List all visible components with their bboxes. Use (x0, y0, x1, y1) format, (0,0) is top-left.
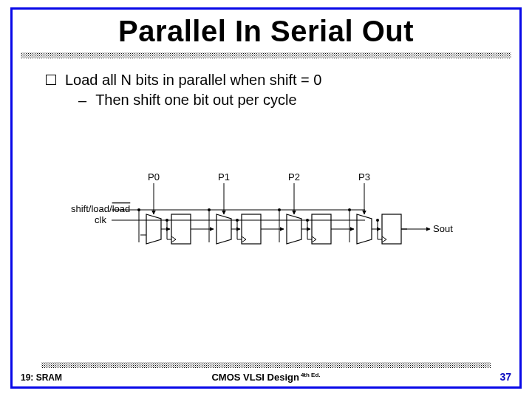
footer-left: 19: SRAM (21, 372, 62, 383)
svg-point-10 (166, 219, 168, 222)
svg-point-30 (348, 208, 351, 211)
svg-point-6 (137, 208, 140, 211)
svg-point-26 (306, 219, 309, 222)
footer-divider (41, 362, 491, 368)
p-input-label: P0 (148, 171, 160, 183)
clk-label: clk (95, 214, 106, 225)
page-number: 37 (499, 371, 511, 383)
svg-text:shift/load/load: shift/load/load (71, 203, 130, 214)
p-input-label: P3 (358, 171, 370, 183)
circuit-diagram: shift/load/load clk P0P1P2P3 Sout (71, 171, 455, 275)
svg-point-14 (208, 208, 211, 211)
svg-point-18 (236, 219, 239, 222)
title-divider (21, 52, 511, 58)
svg-point-34 (376, 219, 379, 222)
p-input-label: P1 (218, 171, 230, 183)
svg-point-22 (278, 208, 281, 211)
sout-label: Sout (433, 223, 453, 234)
shift-label: shift/load (71, 203, 109, 214)
footer: 19: SRAM CMOS VLSI Design4th Ed. 37 (21, 371, 511, 383)
footer-center: CMOS VLSI Design4th Ed. (211, 372, 320, 383)
p-input-label: P2 (288, 171, 300, 183)
